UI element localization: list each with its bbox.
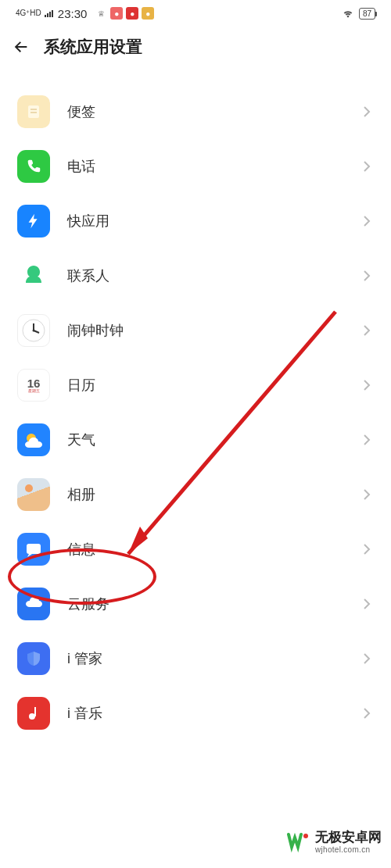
- status-right: 87: [342, 7, 375, 20]
- page-title: 系统应用设置: [44, 36, 142, 58]
- svg-rect-0: [28, 105, 39, 118]
- phone-icon: [17, 150, 50, 183]
- list-item-quick[interactable]: 快应用: [0, 194, 391, 248]
- chevron-right-icon: [363, 379, 371, 391]
- chevron-right-icon: [363, 160, 371, 173]
- app-label: i 音乐: [67, 704, 363, 723]
- chevron-right-icon: [363, 270, 371, 282]
- battery-indicator: 87: [359, 8, 375, 20]
- list-item-message[interactable]: 信息: [0, 522, 391, 577]
- chevron-right-icon: [363, 215, 371, 227]
- list-item-gallery[interactable]: 相册: [0, 467, 391, 522]
- clock-time: 23:30: [58, 7, 88, 20]
- crown-icon: ♕: [95, 7, 107, 20]
- note-icon: [17, 95, 50, 128]
- app-label: i 管家: [67, 649, 363, 668]
- list-item-calendar[interactable]: 16星期五 日历: [0, 358, 391, 413]
- wifi-icon: [342, 7, 354, 20]
- contact-icon: [17, 259, 50, 292]
- watermark-logo-icon: [287, 830, 310, 853]
- app-list: 便签 电话 快应用 联系人 闹钟时钟 16星期五 日历 天气 相册: [0, 69, 391, 741]
- app-label: 快应用: [67, 212, 363, 230]
- chevron-right-icon: [363, 707, 371, 720]
- status-left: 4G⁺HD 23:30 ♕ ● ● ●: [16, 7, 154, 20]
- chevron-right-icon: [363, 652, 371, 665]
- chevron-right-icon: [363, 324, 371, 337]
- svg-point-9: [29, 713, 35, 720]
- list-item-cloud[interactable]: 云服务: [0, 577, 391, 631]
- music-icon: [17, 697, 50, 730]
- list-item-clock[interactable]: 闹钟时钟: [0, 303, 391, 358]
- app-label: 联系人: [67, 266, 363, 285]
- app-badge3-icon: ●: [142, 7, 154, 20]
- weather-icon: [17, 423, 50, 456]
- gallery-icon: [17, 478, 50, 511]
- app-label: 日历: [67, 376, 363, 395]
- svg-point-13: [303, 834, 308, 838]
- list-item-music[interactable]: i 音乐: [0, 686, 391, 741]
- watermark-url: wjhotel.com.cn: [315, 845, 382, 855]
- chevron-right-icon: [363, 105, 371, 118]
- list-item-contact[interactable]: 联系人: [0, 248, 391, 303]
- app-label: 相册: [67, 485, 363, 504]
- chevron-right-icon: [363, 434, 371, 446]
- status-bar: 4G⁺HD 23:30 ♕ ● ● ● 87: [0, 0, 391, 25]
- back-button[interactable]: [11, 37, 31, 57]
- page-header: 系统应用设置: [0, 25, 391, 69]
- back-arrow-icon: [13, 38, 30, 55]
- app-badge2-icon: ●: [126, 7, 138, 20]
- message-icon: [17, 533, 50, 566]
- app-label: 电话: [67, 157, 363, 176]
- svg-point-6: [33, 330, 35, 332]
- signal-icon: [45, 9, 53, 17]
- list-item-phone[interactable]: 电话: [0, 139, 391, 194]
- app-label: 天气: [67, 430, 363, 449]
- network-indicator: 4G⁺HD: [16, 9, 41, 17]
- svg-rect-10: [34, 707, 36, 716]
- svg-rect-8: [27, 544, 41, 554]
- app-label: 便签: [67, 102, 363, 121]
- chevron-right-icon: [363, 543, 371, 555]
- clock-icon: [17, 314, 50, 347]
- lightning-icon: [17, 205, 50, 238]
- watermark-title: 无极安卓网: [315, 830, 382, 845]
- list-item-guard[interactable]: i 管家: [0, 631, 391, 686]
- app-badge-icon: ●: [110, 7, 123, 20]
- app-label: 云服务: [67, 595, 363, 613]
- watermark: 无极安卓网 wjhotel.com.cn: [287, 830, 382, 854]
- list-item-note[interactable]: 便签: [0, 84, 391, 139]
- calendar-icon: 16星期五: [17, 369, 50, 402]
- list-item-weather[interactable]: 天气: [0, 413, 391, 467]
- chevron-right-icon: [363, 488, 371, 501]
- app-label: 闹钟时钟: [67, 321, 363, 340]
- app-label: 信息: [67, 540, 363, 559]
- cloud-icon: [17, 588, 50, 620]
- shield-icon: [17, 642, 50, 675]
- chevron-right-icon: [363, 598, 371, 610]
